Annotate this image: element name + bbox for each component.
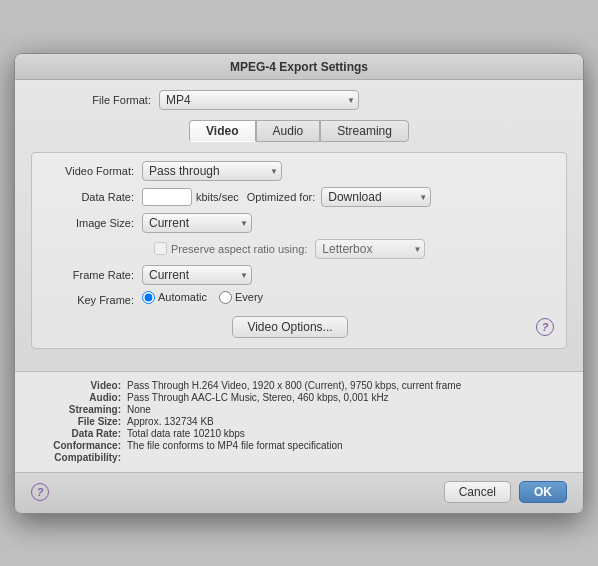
image-size-row: Image Size: Current 320x240 640x480 1280…: [44, 213, 554, 233]
video-settings-panel: Video Format: Pass through H.264 MPEG-4 …: [31, 152, 567, 349]
video-options-button[interactable]: Video Options...: [232, 316, 347, 338]
info-video-key: Video:: [31, 380, 121, 391]
bottom-left: ?: [31, 483, 49, 501]
help-icon[interactable]: ?: [536, 318, 554, 336]
info-datarate-row: Data Rate: Total data rate 10210 kbps: [31, 428, 567, 439]
tab-bar: Video Audio Streaming: [31, 120, 567, 142]
key-frame-every-option[interactable]: Every: [219, 291, 263, 304]
info-filesize-val: Approx. 132734 KB: [127, 416, 567, 427]
info-compatibility-row: Compatibility:: [31, 452, 567, 463]
key-frame-row: Key Frame: Automatic Every: [44, 291, 554, 310]
key-frame-every-radio[interactable]: [219, 291, 232, 304]
video-format-label: Video Format:: [44, 165, 134, 177]
tab-video[interactable]: Video: [189, 120, 255, 142]
info-conformance-row: Conformance: The file conforms to MP4 fi…: [31, 440, 567, 451]
file-format-row: File Format: MP4 M4V M4A: [31, 90, 567, 110]
dialog-title: MPEG-4 Export Settings: [230, 60, 368, 74]
info-streaming-row: Streaming: None: [31, 404, 567, 415]
info-audio-val: Pass Through AAC-LC Music, Stereo, 460 k…: [127, 392, 567, 403]
image-size-select-wrapper: Current 320x240 640x480 1280x720 1920x10…: [142, 213, 252, 233]
info-filesize-row: File Size: Approx. 132734 KB: [31, 416, 567, 427]
title-bar: MPEG-4 Export Settings: [15, 54, 583, 80]
preserve-aspect-label: Preserve aspect ratio using:: [171, 243, 307, 255]
info-datarate-val: Total data rate 10210 kbps: [127, 428, 567, 439]
bottom-bar: ? Cancel OK: [15, 472, 583, 513]
info-video-val: Pass Through H.264 Video, 1920 x 800 (Cu…: [127, 380, 567, 391]
key-frame-every-label: Every: [235, 291, 263, 303]
cancel-button[interactable]: Cancel: [444, 481, 511, 503]
info-compatibility-key: Compatibility:: [31, 452, 121, 463]
preserve-aspect-checkbox[interactable]: [154, 242, 167, 255]
key-frame-label: Key Frame:: [44, 294, 134, 306]
tab-streaming[interactable]: Streaming: [320, 120, 409, 142]
info-conformance-val: The file conforms to MP4 file format spe…: [127, 440, 567, 451]
letterbox-select-wrapper: Letterbox Crop Fit within: [315, 239, 425, 259]
key-frame-automatic-radio[interactable]: [142, 291, 155, 304]
video-format-select-wrapper: Pass through H.264 MPEG-4 Video: [142, 161, 282, 181]
key-frame-options: Automatic Every: [142, 291, 275, 304]
info-conformance-key: Conformance:: [31, 440, 121, 451]
key-frame-automatic-option[interactable]: Automatic: [142, 291, 207, 304]
data-rate-input[interactable]: [142, 188, 192, 206]
bottom-help-icon[interactable]: ?: [31, 483, 49, 501]
tab-audio[interactable]: Audio: [256, 120, 321, 142]
video-format-row: Video Format: Pass through H.264 MPEG-4 …: [44, 161, 554, 181]
file-format-select-wrapper: MP4 M4V M4A: [159, 90, 359, 110]
optimized-for-select[interactable]: Download Streaming CD-ROM: [321, 187, 431, 207]
ok-button[interactable]: OK: [519, 481, 567, 503]
video-format-select[interactable]: Pass through H.264 MPEG-4 Video: [142, 161, 282, 181]
frame-rate-select-wrapper: Current 24 25 29.97 30: [142, 265, 252, 285]
frame-rate-row: Frame Rate: Current 24 25 29.97 30: [44, 265, 554, 285]
image-size-select[interactable]: Current 320x240 640x480 1280x720 1920x10…: [142, 213, 252, 233]
info-datarate-key: Data Rate:: [31, 428, 121, 439]
image-size-label: Image Size:: [44, 217, 134, 229]
file-format-select[interactable]: MP4 M4V M4A: [159, 90, 359, 110]
info-video-row: Video: Pass Through H.264 Video, 1920 x …: [31, 380, 567, 391]
info-section: Video: Pass Through H.264 Video, 1920 x …: [15, 371, 583, 472]
info-filesize-key: File Size:: [31, 416, 121, 427]
info-audio-row: Audio: Pass Through AAC-LC Music, Stereo…: [31, 392, 567, 403]
data-rate-label: Data Rate:: [44, 191, 134, 203]
info-compatibility-val: [127, 452, 567, 463]
info-audio-key: Audio:: [31, 392, 121, 403]
file-format-label: File Format:: [71, 94, 151, 106]
video-options-row: Video Options... ?: [44, 316, 554, 338]
info-streaming-val: None: [127, 404, 567, 415]
key-frame-automatic-label: Automatic: [158, 291, 207, 303]
preserve-aspect-row: Preserve aspect ratio using: Letterbox C…: [44, 239, 554, 259]
optimized-for-label: Optimized for:: [247, 191, 315, 203]
optimized-for-select-wrapper: Download Streaming CD-ROM: [321, 187, 431, 207]
dialog: MPEG-4 Export Settings File Format: MP4 …: [14, 53, 584, 514]
info-streaming-key: Streaming:: [31, 404, 121, 415]
data-rate-row: Data Rate: kbits/sec Optimized for: Down…: [44, 187, 554, 207]
letterbox-select[interactable]: Letterbox Crop Fit within: [315, 239, 425, 259]
frame-rate-label: Frame Rate:: [44, 269, 134, 281]
kbits-unit: kbits/sec: [196, 191, 239, 203]
frame-rate-select[interactable]: Current 24 25 29.97 30: [142, 265, 252, 285]
bottom-right: Cancel OK: [444, 481, 567, 503]
